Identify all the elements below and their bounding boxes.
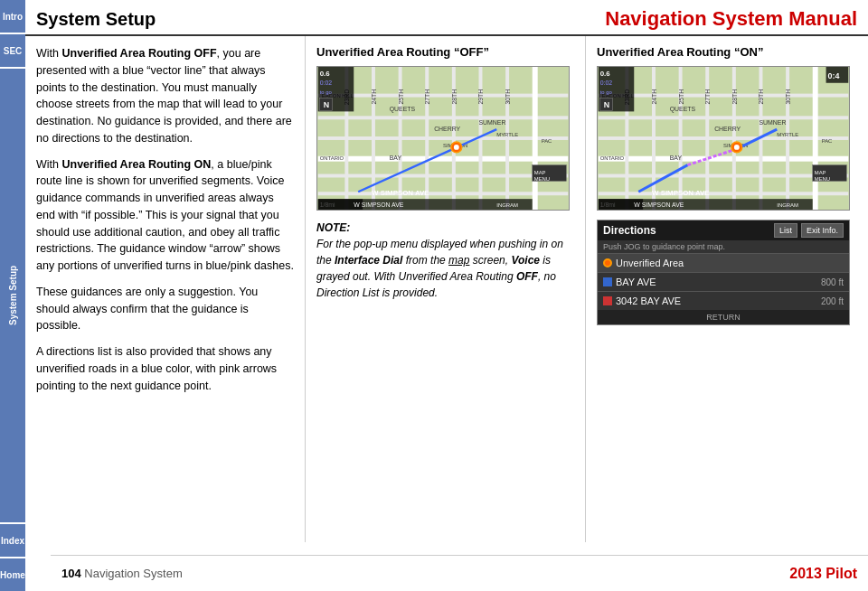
svg-text:MYRTLE: MYRTLE [777, 132, 798, 137]
mid-column: Unverified Area Routing “OFF” [306, 36, 586, 542]
svg-text:27TH: 27TH [704, 89, 711, 105]
svg-rect-51 [599, 116, 849, 119]
main-content: System Setup Navigation System Manual Wi… [25, 0, 868, 591]
svg-text:MENU: MENU [534, 176, 550, 182]
svg-text:29TH: 29TH [477, 89, 484, 105]
svg-text:29TH: 29TH [758, 89, 764, 105]
right-column: Unverified Area Routing “ON” [586, 36, 866, 542]
bay-ave-dist: 800 ft [821, 277, 844, 287]
svg-text:BAY: BAY [390, 155, 402, 161]
svg-text:30TH: 30TH [785, 89, 791, 105]
svg-text:CHERRY: CHERRY [714, 126, 741, 132]
svg-point-48 [454, 145, 459, 150]
note-section: NOTE: For the pop-up menu displayed when… [316, 220, 574, 301]
return-button[interactable]: RETURN [598, 310, 849, 324]
directions-title: Directions [603, 224, 770, 237]
svg-rect-1 [318, 94, 569, 98]
para2: With Unverified Area Routing ON, a blue/… [36, 156, 294, 275]
tab-system-setup[interactable]: System Setup [0, 69, 25, 522]
svg-text:SUMNER: SUMNER [479, 119, 506, 126]
side-tabs: Intro SEC System Setup Index Home [0, 0, 25, 591]
svg-text:0:4: 0:4 [828, 71, 840, 80]
tab-home-label: Home [0, 570, 25, 580]
para4: A directions list is also provided that … [36, 343, 294, 394]
svg-text:W SIMPSON AVE: W SIMPSON AVE [372, 189, 429, 197]
svg-text:0.6: 0.6 [320, 70, 331, 78]
footer-nav-system: Navigation System [84, 567, 182, 580]
tab-index[interactable]: Index [0, 524, 25, 557]
svg-text:25TH: 25TH [678, 89, 684, 105]
directions-sub: Push JOG to guidance point map. [598, 240, 849, 253]
note-text3: screen, [469, 254, 511, 267]
unverified-icon [603, 258, 612, 267]
svg-text:PAC: PAC [542, 138, 552, 144]
svg-text:24TH: 24TH [371, 89, 377, 105]
note-interface-dial: Interface Dial [335, 254, 402, 267]
svg-rect-53 [599, 156, 849, 162]
footer-page-info: 104 Navigation System [61, 567, 183, 580]
svg-text:MENU: MENU [815, 176, 830, 182]
svg-text:MAP: MAP [815, 170, 826, 175]
tab-sec-label: SEC [4, 46, 23, 56]
svg-rect-52 [599, 136, 849, 140]
exit-info-button[interactable]: Exit Info. [801, 223, 844, 238]
content-columns: With Unverified Area Routing OFF, you ar… [25, 36, 868, 542]
svg-rect-6 [318, 192, 569, 195]
svg-text:to go: to go [320, 89, 333, 95]
page-number: 104 [61, 567, 81, 580]
bold-off: Unverified Area Routing OFF [61, 47, 216, 60]
unverified-area-row: Unverified Area [598, 253, 849, 272]
svg-text:ONTARIO: ONTARIO [600, 155, 625, 161]
svg-text:0:02: 0:02 [600, 80, 613, 86]
unverified-label: Unverified Area [616, 258, 684, 268]
svg-text:24TH: 24TH [651, 89, 657, 105]
svg-rect-5 [318, 174, 569, 178]
bay-ave-3042-label: 3042 BAY AVE [616, 296, 817, 306]
list-button[interactable]: List [774, 223, 797, 238]
tab-intro-label: Intro [3, 12, 23, 22]
page-header: System Setup Navigation System Manual [25, 0, 868, 36]
svg-text:25TH: 25TH [398, 89, 404, 105]
bay-ave-3042-row: 3042 BAY AVE 200 ft [598, 291, 849, 310]
svg-text:N: N [604, 100, 609, 109]
blue-flag-icon [603, 277, 612, 286]
svg-text:30TH: 30TH [505, 89, 511, 105]
footer-year: 2013 Pilot [789, 566, 857, 582]
tab-sec[interactable]: SEC [0, 34, 25, 67]
svg-point-101 [734, 145, 740, 150]
tab-index-label: Index [1, 536, 24, 546]
para1-rest: , you are presented with a blue “vector … [36, 47, 292, 145]
svg-rect-54 [599, 174, 849, 178]
svg-text:CHERRY: CHERRY [434, 126, 460, 132]
bold-on: Unverified Area Routing ON [61, 158, 211, 171]
bay-ave-3042-dist: 200 ft [821, 296, 844, 306]
svg-rect-3 [318, 136, 569, 140]
svg-rect-60 [732, 67, 736, 210]
svg-text:0.6: 0.6 [600, 70, 611, 78]
svg-text:27TH: 27TH [424, 89, 430, 105]
svg-text:INGRAM: INGRAM [496, 202, 518, 208]
map-off-image: 23RD 24TH 25TH 27TH 28TH 29TH 30TH EACON… [316, 66, 570, 211]
svg-rect-4 [318, 156, 569, 162]
svg-text:to go: to go [600, 89, 613, 95]
svg-text:INGRAM: INGRAM [777, 202, 798, 208]
svg-rect-62 [786, 67, 789, 210]
svg-text:W SIMPSON AVE: W SIMPSON AVE [634, 202, 684, 208]
note-text2: from the [402, 254, 448, 267]
red-flag-icon [603, 296, 612, 305]
bay-ave-label: BAY AVE [616, 277, 817, 287]
map-on-image: 23RD 24TH 25TH 27TH 28TH 29TH 30TH EACON… [597, 66, 850, 211]
note-map-word: map [448, 254, 469, 267]
svg-rect-63 [813, 67, 818, 210]
tab-home[interactable]: Home [0, 558, 25, 591]
note-title: NOTE: [316, 221, 350, 234]
right-heading: Unverified Area Routing “ON” [597, 45, 855, 59]
tab-system-setup-label: System Setup [8, 266, 18, 325]
note-voice: Voice [511, 254, 540, 267]
tab-intro[interactable]: Intro [0, 0, 25, 33]
svg-text:0:02: 0:02 [320, 80, 333, 86]
page-footer: 104 Navigation System 2013 Pilot [51, 555, 868, 591]
svg-rect-2 [318, 116, 569, 119]
svg-text:ONTARIO: ONTARIO [320, 155, 344, 161]
svg-text:N: N [324, 100, 329, 109]
